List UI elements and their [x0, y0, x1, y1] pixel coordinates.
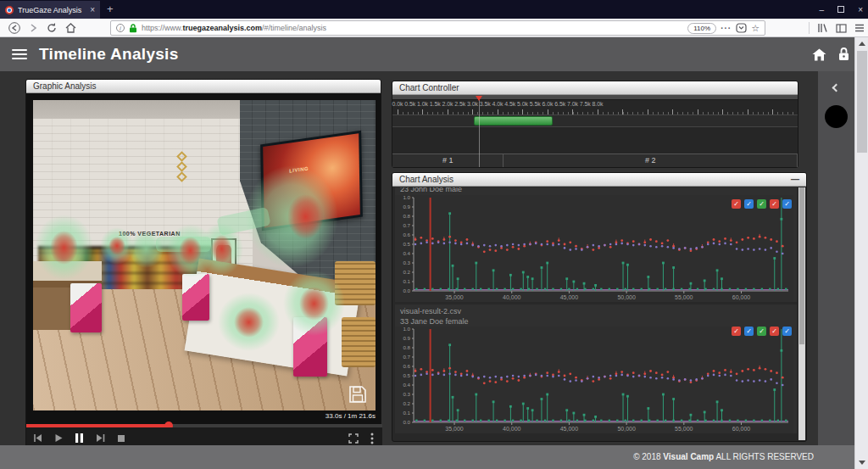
- series-visibility-checkbox[interactable]: ✓: [732, 327, 741, 336]
- ruler-label: 5.0k: [517, 101, 528, 107]
- save-snapshot-icon[interactable]: [348, 385, 367, 404]
- app-lock-icon[interactable]: [838, 47, 849, 61]
- skip-previous-button[interactable]: [33, 433, 42, 443]
- series-visibility-checkbox[interactable]: ✓: [744, 327, 754, 336]
- svg-text:0.7: 0.7: [403, 354, 410, 360]
- app-home-icon[interactable]: [812, 48, 826, 61]
- ruler-label: 1.0k: [417, 101, 428, 107]
- svg-text:0.4: 0.4: [403, 250, 410, 256]
- panel-minimize-icon[interactable]: —: [791, 173, 799, 186]
- selection-range-bar[interactable]: [474, 116, 553, 126]
- pocket-icon[interactable]: [736, 23, 747, 33]
- browser-window: TrueGaze Analysis × + – × i https://www.…: [0, 0, 868, 469]
- back-button[interactable]: [5, 20, 24, 36]
- series-visibility-checkbox[interactable]: ✓: [757, 199, 766, 209]
- series-visibility-checkbox[interactable]: ✓: [732, 199, 741, 209]
- ruler-label: 7.5k: [580, 101, 591, 107]
- chart-analysis-panel: Chart Analysis — 23 John Doe male ✓✓✓✓✓ …: [392, 172, 807, 442]
- graphic-analysis-panel: Graphic Analysis 100% VEGETARIAN LIVING: [25, 79, 381, 449]
- analysis-scrollbar[interactable]: [798, 187, 805, 440]
- stop-button[interactable]: [117, 434, 125, 443]
- ruler-label: 3.5k: [480, 101, 491, 107]
- gaze-heatmap-blob: [283, 271, 345, 336]
- pause-button[interactable]: [75, 433, 84, 444]
- svg-text:0.0: 0.0: [403, 419, 410, 425]
- window-minimize-button[interactable]: –: [820, 5, 825, 14]
- window-maximize-button[interactable]: [837, 6, 844, 13]
- series-visibility-checkbox[interactable]: ✓: [744, 199, 754, 209]
- svg-text:0.8: 0.8: [403, 213, 410, 219]
- pink-display-stand: [70, 283, 101, 333]
- scroll-down-icon[interactable]: [859, 461, 865, 465]
- skip-next-button[interactable]: [96, 433, 105, 443]
- ruler-label: 4.0k: [492, 101, 503, 107]
- svg-text:35,000: 35,000: [445, 294, 464, 300]
- play-button[interactable]: [54, 433, 63, 443]
- black-circle-indicator[interactable]: [825, 105, 848, 128]
- tab-close-icon[interactable]: ×: [90, 5, 95, 14]
- video-frame[interactable]: 100% VEGETARIAN LIVING: [33, 100, 376, 410]
- segment-cell[interactable]: # 2: [504, 154, 798, 167]
- bookmark-star-icon[interactable]: ☆: [751, 23, 760, 34]
- svg-text:60,000: 60,000: [732, 294, 751, 300]
- svg-text:50,000: 50,000: [617, 426, 636, 432]
- gaze-heatmap-blob: [218, 293, 280, 352]
- analysis-panel-title: Chart Analysis —: [392, 173, 806, 187]
- page-info-icon[interactable]: i: [116, 24, 125, 32]
- timeline-ruler[interactable]: 0.0k0.5k1.0k1.5k2.0k2.5k3.0k3.5k4.0k4.5k…: [392, 100, 798, 114]
- ruler-label: 8.0k: [592, 101, 603, 107]
- svg-text:35,000: 35,000: [445, 426, 464, 432]
- svg-text:40,000: 40,000: [503, 426, 521, 432]
- ruler-label: 0.5k: [404, 101, 415, 107]
- scroll-thumb[interactable]: [857, 51, 867, 153]
- collapse-chevron-icon[interactable]: [832, 84, 841, 92]
- series-visibility-checkbox[interactable]: ✓: [782, 327, 792, 336]
- svg-text:0.1: 0.1: [403, 278, 410, 284]
- playhead-line[interactable]: [479, 100, 480, 167]
- library-icon[interactable]: [817, 23, 828, 33]
- browser-tab-active[interactable]: TrueGaze Analysis ×: [0, 1, 100, 19]
- page-title: Timeline Analysis: [39, 45, 179, 64]
- forward-button[interactable]: [24, 20, 42, 36]
- svg-text:0.7: 0.7: [403, 222, 410, 228]
- svg-text:45,000: 45,000: [560, 426, 579, 432]
- url-text: https://www.truegazeanalysis.com/#/timel…: [142, 24, 683, 32]
- playhead-marker[interactable]: [476, 96, 482, 101]
- ruler-label: 6.5k: [554, 101, 565, 107]
- ruler-label: 2.5k: [454, 101, 465, 107]
- series-visibility-checkbox[interactable]: ✓: [757, 327, 766, 336]
- reload-button[interactable]: [42, 20, 61, 36]
- series-visibility-checkbox[interactable]: ✓: [770, 327, 779, 336]
- home-button[interactable]: [61, 20, 80, 36]
- ruler-label: 6.0k: [542, 101, 553, 107]
- svg-text:0.0: 0.0: [403, 288, 410, 293]
- zoom-level-indicator[interactable]: 110%: [687, 23, 716, 34]
- footer: © 2018 Visual Camp ALL RIGHTS RESERVED: [0, 445, 868, 469]
- segment-cell[interactable]: # 1: [392, 154, 504, 167]
- browser-tab-bar: TrueGaze Analysis × + – ×: [0, 0, 868, 19]
- svg-text:0.2: 0.2: [403, 269, 410, 275]
- svg-text:50,000: 50,000: [617, 294, 636, 300]
- svg-text:0.5: 0.5: [403, 241, 410, 247]
- more-options-kebab-icon[interactable]: [370, 433, 374, 444]
- ruler-label: 3.0k: [467, 101, 478, 107]
- svg-text:0.3: 0.3: [403, 260, 410, 265]
- page-actions-icon[interactable]: ···: [721, 24, 732, 33]
- gaze-heatmap-blob: [129, 231, 163, 268]
- url-bar[interactable]: i https://www.truegazeanalysis.com/#/tim…: [110, 20, 765, 36]
- series-visibility-checkbox[interactable]: ✓: [782, 199, 792, 209]
- page-scrollbar[interactable]: [854, 37, 868, 469]
- series-visibility-checkbox[interactable]: ✓: [770, 199, 779, 209]
- gaze-heatmap-blob: [245, 165, 337, 268]
- fullscreen-button[interactable]: [348, 433, 359, 444]
- tab-title: TrueGaze Analysis: [18, 6, 86, 14]
- sidebar-toggle-icon[interactable]: [836, 24, 847, 33]
- right-sidebar-strip: [818, 71, 854, 445]
- app-menu-icon[interactable]: [12, 49, 27, 59]
- new-tab-button[interactable]: +: [107, 3, 114, 16]
- scroll-up-icon[interactable]: [859, 42, 865, 46]
- menu-hamburger-icon[interactable]: [854, 24, 865, 32]
- controller-track-area: [392, 127, 798, 154]
- svg-text:0.5: 0.5: [403, 372, 410, 378]
- window-close-button[interactable]: ×: [858, 5, 863, 14]
